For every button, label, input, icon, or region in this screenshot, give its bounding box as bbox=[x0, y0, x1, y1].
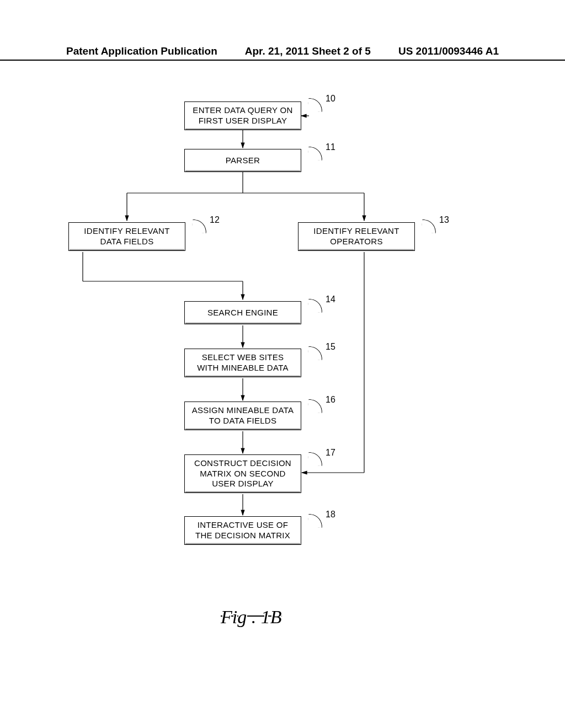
header-center: Apr. 21, 2011 Sheet 2 of 5 bbox=[245, 45, 371, 57]
step-parser: PARSER bbox=[184, 149, 301, 172]
step-select-websites: SELECT WEB SITESWITH MINEABLE DATA bbox=[184, 349, 301, 377]
step-search-engine: SEARCH ENGINE bbox=[184, 301, 301, 324]
ref-10: 10 bbox=[326, 94, 335, 104]
ref-13: 13 bbox=[439, 215, 449, 225]
step-identify-fields: IDENTIFY RELEVANTDATA FIELDS bbox=[68, 222, 185, 251]
ref-11: 11 bbox=[326, 142, 335, 152]
header-right: US 2011/0093446 A1 bbox=[398, 45, 499, 57]
ref-14: 14 bbox=[326, 295, 335, 304]
figure-label: Fig . 1B bbox=[221, 607, 281, 628]
ref-12: 12 bbox=[210, 215, 220, 225]
ref-18: 18 bbox=[326, 510, 335, 520]
ref-16: 16 bbox=[326, 395, 335, 405]
step-interactive-use: INTERACTIVE USE OFTHE DECISION MATRIX bbox=[184, 516, 301, 545]
step-construct-matrix: CONSTRUCT DECISIONMATRIX ON SECONDUSER D… bbox=[184, 454, 301, 493]
header-left: Patent Application Publication bbox=[66, 45, 217, 57]
ref-17: 17 bbox=[326, 448, 335, 458]
step-identify-operators: IDENTIFY RELEVANTOPERATORS bbox=[298, 222, 415, 251]
step-assign-data: ASSIGN MINEABLE DATATO DATA FIELDS bbox=[184, 402, 301, 430]
page-header: Patent Application Publication Apr. 21, … bbox=[0, 45, 565, 61]
ref-15: 15 bbox=[326, 342, 335, 352]
step-enter-query: ENTER DATA QUERY ONFIRST USER DISPLAY bbox=[184, 101, 301, 130]
figure-label-text: Fig . 1B bbox=[221, 607, 281, 627]
